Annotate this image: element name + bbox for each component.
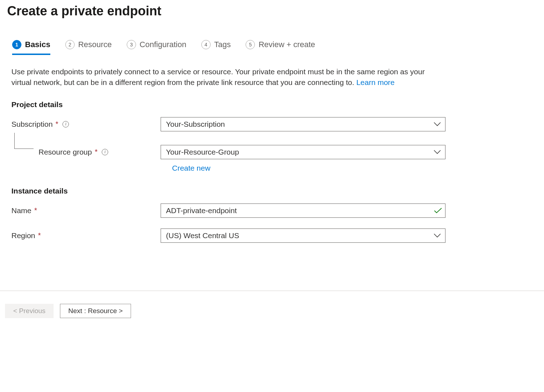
dropdown-value: Your-Subscription (166, 120, 225, 129)
next-button[interactable]: Next : Resource > (60, 304, 131, 318)
tab-number-icon: 3 (127, 40, 136, 49)
tab-label: Tags (214, 40, 231, 49)
chevron-down-icon (434, 150, 441, 154)
chevron-down-icon (434, 233, 441, 238)
tab-configuration[interactable]: 3 Configuration (127, 40, 186, 55)
tab-number-icon: 5 (246, 40, 255, 49)
row-subscription: Subscription * i Your-Subscription (11, 115, 544, 133)
learn-more-link[interactable]: Learn more (356, 78, 394, 86)
tab-review-create[interactable]: 5 Review + create (246, 40, 315, 55)
project-details-form: Subscription * i Your-Subscription Resou… (0, 109, 544, 172)
section-title-instance-details: Instance details (0, 172, 544, 195)
tab-number-icon: 4 (201, 40, 211, 49)
chevron-down-icon (434, 122, 441, 126)
tab-label: Review + create (258, 40, 315, 49)
tab-description: Use private endpoints to privately conne… (0, 55, 439, 88)
previous-button: < Previous (5, 304, 54, 318)
row-name: Name * (11, 202, 544, 220)
region-dropdown[interactable]: (US) West Central US (161, 228, 445, 243)
label-text: Region (11, 231, 35, 240)
tab-label: Configuration (140, 40, 186, 49)
info-icon[interactable]: i (62, 121, 69, 127)
label-resource-group: Resource group * i (11, 148, 161, 156)
label-text: Subscription (11, 120, 53, 129)
section-title-project-details: Project details (0, 88, 544, 109)
label-subscription: Subscription * i (11, 120, 161, 129)
tab-label: Basics (25, 40, 50, 49)
wizard-footer: < Previous Next : Resource > (0, 291, 544, 318)
tab-tags[interactable]: 4 Tags (201, 40, 231, 55)
required-indicator: * (38, 231, 41, 240)
required-indicator: * (95, 148, 97, 156)
dropdown-value: (US) West Central US (166, 231, 239, 240)
tab-basics[interactable]: 1 Basics (12, 40, 50, 55)
row-resource-group: Resource group * i Your-Resource-Group (11, 143, 544, 161)
create-new-link[interactable]: Create new (172, 164, 210, 172)
required-indicator: * (34, 206, 37, 215)
info-icon[interactable]: i (102, 149, 108, 155)
subscription-dropdown[interactable]: Your-Subscription (161, 117, 445, 131)
create-new-row: Create new (11, 164, 544, 172)
row-region: Region * (US) West Central US (11, 227, 544, 245)
label-text: Name (11, 206, 31, 215)
label-region: Region * (11, 231, 161, 240)
tab-number-icon: 1 (12, 40, 21, 49)
label-text: Resource group (39, 148, 92, 156)
tree-connector-icon (14, 133, 34, 149)
label-name: Name * (11, 206, 161, 215)
resource-group-dropdown[interactable]: Your-Resource-Group (161, 145, 445, 159)
instance-details-form: Name * Region * (US) West Central US (0, 195, 544, 245)
tab-resource[interactable]: 2 Resource (65, 40, 112, 55)
required-indicator: * (56, 120, 59, 128)
page-title: Create a private endpoint (0, 0, 544, 19)
dropdown-value: Your-Resource-Group (166, 148, 239, 156)
wizard-tabs: 1 Basics 2 Resource 3 Configuration 4 Ta… (0, 19, 544, 55)
name-input[interactable] (161, 203, 445, 218)
tab-number-icon: 2 (65, 40, 75, 49)
tab-label: Resource (78, 40, 112, 49)
